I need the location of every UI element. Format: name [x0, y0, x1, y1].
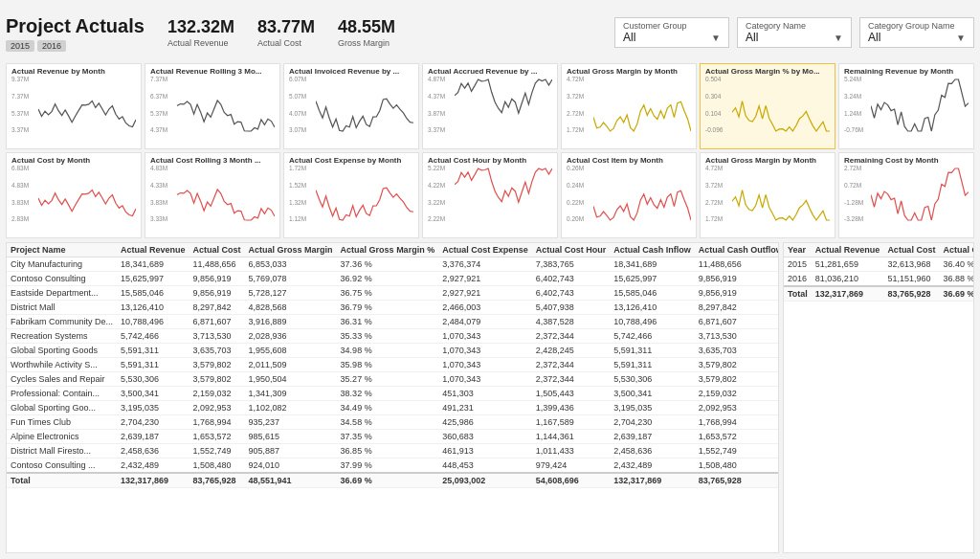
- table-row[interactable]: Eastside Department...15,585,0469,856,91…: [7, 286, 779, 301]
- filter-customer-group[interactable]: Customer Group All ▼: [614, 17, 729, 48]
- chart-card-6: Remaining Cost by Month2.72M0.72M-1.28M-…: [838, 152, 974, 238]
- table-cell: 1,653,572: [695, 430, 779, 444]
- y-label: 3.24M: [844, 94, 863, 101]
- table-row[interactable]: Contoso Consulting15,625,9979,856,9195,7…: [7, 272, 779, 286]
- table-row[interactable]: City Manufacturing18,341,68911,488,6566,…: [7, 257, 779, 272]
- y-label: 5.07M: [289, 94, 306, 101]
- table-cell: 1,955,608: [245, 344, 337, 358]
- table-cell: 2,927,921: [438, 272, 532, 286]
- table-cell: 34.58 %: [337, 415, 439, 430]
- table-row[interactable]: Professional: Contain...3,500,3412,159,0…: [7, 387, 779, 401]
- y-label: 4.37M: [428, 94, 445, 101]
- y-label: 7.37M: [11, 94, 29, 101]
- table-cell: 1,552,749: [189, 444, 245, 458]
- table-row[interactable]: Global Sporting Goods5,591,3113,635,7031…: [7, 344, 779, 358]
- table-cell: Fabrikam Community De...: [7, 315, 117, 329]
- chart-card-1: Actual Revenue Rolling 3 Mo...7.37M6.37M…: [145, 63, 280, 149]
- total-cell: 25,093,002: [438, 473, 532, 488]
- table-cell: 18,341,689: [610, 257, 695, 272]
- table-row[interactable]: Recreation Systems5,742,4663,713,5302,02…: [7, 329, 779, 344]
- y-label: -1.28M: [844, 200, 863, 207]
- table-cell: 979,424: [532, 458, 611, 474]
- chart-area: 5.22M4.22M3.22M2.22M: [428, 166, 552, 228]
- y-label: 5.37M: [150, 111, 167, 118]
- chart-title: Actual Gross Margin % by Mo...: [705, 67, 830, 76]
- table-row[interactable]: Worthwhile Activity S...5,591,3113,579,8…: [7, 358, 779, 372]
- table-row[interactable]: Contoso Consulting ...2,432,4891,508,480…: [7, 458, 779, 474]
- table-cell: 425,986: [438, 415, 532, 430]
- table-cell: 451,303: [438, 387, 532, 401]
- table-row[interactable]: District Mall13,126,4108,297,8424,828,56…: [7, 301, 779, 315]
- table-section: Project NameActual RevenueActual CostAct…: [6, 242, 974, 553]
- table-cell: 2,028,936: [245, 329, 337, 344]
- total-cell: 83,765,928: [189, 473, 245, 488]
- table-cell: 2,428,245: [532, 344, 611, 358]
- table-cell: 5,742,466: [117, 329, 189, 344]
- table-cell: 9,856,919: [695, 272, 779, 286]
- filter-category-group-name[interactable]: Category Group Name All ▼: [859, 17, 974, 48]
- table-row[interactable]: Fun Times Club2,704,2301,768,994935,2373…: [7, 415, 779, 430]
- chart-title: Actual Cost by Month: [11, 156, 136, 165]
- total-cell: 83,765,928: [695, 473, 779, 488]
- side-table-row[interactable]: 201681,036,21051,151,96036.88 %: [784, 272, 974, 287]
- table-cell: 1,950,504: [245, 372, 337, 387]
- chart-title: Actual Cost Expense by Month: [289, 156, 413, 165]
- side-table-row[interactable]: 201551,281,65932,613,96836.40 %: [784, 257, 974, 272]
- kpi-revenue-label: Actual Revenue: [167, 38, 234, 48]
- table-row[interactable]: Alpine Electronics2,639,1871,653,572985,…: [7, 430, 779, 444]
- y-label: 4.22M: [428, 183, 445, 190]
- y-label: 3.83M: [150, 200, 167, 207]
- y-label: 4.33M: [150, 183, 167, 190]
- filter-customer-group-row: All ▼: [623, 31, 721, 44]
- table-header: Actual Cash Outflow: [695, 243, 779, 257]
- chart-card-5: Actual Gross Margin by Month4.72M3.72M2.…: [700, 152, 835, 238]
- chart-area: 6.83M4.83M3.83M2.83M: [11, 166, 136, 228]
- table-cell: 3,579,802: [695, 358, 779, 372]
- chevron-down-icon: ▼: [834, 33, 843, 43]
- table-cell: 9,856,919: [189, 272, 245, 286]
- chart-card-3: Actual Cost Hour by Month5.22M4.22M3.22M…: [422, 152, 558, 238]
- year-badge-2015[interactable]: 2015: [6, 40, 34, 52]
- y-label: 6.07M: [289, 77, 306, 83]
- year-badge-2016[interactable]: 2016: [37, 40, 66, 52]
- kpi-revenue: 132.32M Actual Revenue: [167, 17, 234, 48]
- table-cell: 1,653,572: [189, 430, 245, 444]
- side-table-header: Year: [784, 243, 812, 257]
- side-table-cell: 132,317,869: [812, 286, 884, 302]
- chart-area: 5.24M3.24M1.24M-0.76M: [844, 77, 969, 139]
- table-cell: 2,432,489: [610, 458, 695, 474]
- side-table-header: Actual Revenue: [812, 243, 884, 257]
- chart-card-0: Actual Revenue by Month9.37M7.37M5.37M3.…: [6, 63, 142, 149]
- table-cell: 2,927,921: [438, 286, 532, 301]
- y-label: 5.24M: [844, 77, 863, 83]
- y-label: 6.37M: [150, 94, 167, 101]
- chart-title: Remaining Cost by Month: [844, 156, 969, 165]
- main-table[interactable]: Project NameActual RevenueActual CostAct…: [6, 242, 779, 553]
- y-label: 4.37M: [150, 127, 167, 134]
- table-row[interactable]: Global Sporting Goo...3,195,0352,092,953…: [7, 401, 779, 415]
- filter-category-name[interactable]: Category Name All ▼: [737, 17, 852, 48]
- table-cell: District Mall Firesto...: [7, 444, 117, 458]
- table-cell: 13,126,410: [610, 301, 695, 315]
- table-cell: 5,591,311: [610, 358, 695, 372]
- chart-row-1: Actual Revenue by Month9.37M7.37M5.37M3.…: [6, 63, 974, 149]
- table-cell: 5,591,311: [117, 358, 189, 372]
- chart-card-2: Actual Cost Expense by Month1.72M1.52M1.…: [283, 152, 419, 238]
- table-cell: 1,768,994: [695, 415, 779, 430]
- y-label: 0.72M: [844, 183, 863, 190]
- y-label: 0.104: [705, 111, 723, 118]
- table-row[interactable]: Cycles Sales and Repair5,530,3063,579,80…: [7, 372, 779, 387]
- total-cell: 54,608,696: [532, 473, 611, 488]
- filter-customer-group-value: All: [623, 31, 635, 44]
- side-table-header: Actual Gross Margin %: [939, 243, 974, 257]
- chart-title: Actual Revenue by Month: [11, 67, 136, 76]
- table-cell: 2,484,079: [438, 315, 532, 329]
- y-label: 4.87M: [428, 77, 445, 83]
- table-cell: 2,092,953: [189, 401, 245, 415]
- table-row[interactable]: District Mall Firesto...2,458,6361,552,7…: [7, 444, 779, 458]
- side-table[interactable]: YearActual RevenueActual CostActual Gros…: [783, 242, 974, 553]
- table-cell: 1,768,994: [189, 415, 245, 430]
- table-row[interactable]: Fabrikam Community De...10,788,4966,871,…: [7, 315, 779, 329]
- chart-area: 4.87M4.37M3.87M3.37M: [428, 77, 552, 139]
- table-cell: 448,453: [438, 458, 532, 474]
